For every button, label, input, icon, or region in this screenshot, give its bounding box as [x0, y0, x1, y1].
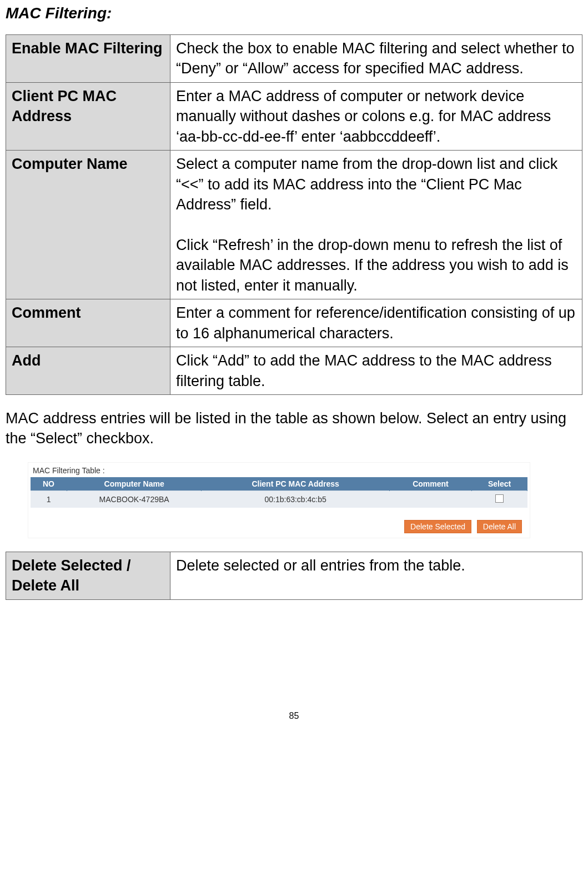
row-label: Comment: [6, 299, 170, 347]
cell-comment: [389, 490, 471, 508]
body-paragraph: MAC address entries will be listed in th…: [6, 408, 582, 449]
screenshot-caption: MAC Filtering Table :: [33, 466, 527, 475]
page-number: 85: [6, 711, 582, 721]
row-desc: Select a computer name from the drop-dow…: [170, 151, 582, 299]
definition-table-2: Delete Selected / Delete All Delete sele…: [6, 552, 582, 600]
row-desc: Enter a comment for reference/identifica…: [170, 299, 582, 347]
table-header-select: Select: [472, 477, 527, 491]
row-desc: Enter a MAC address of computer or netwo…: [170, 82, 582, 150]
row-label: Computer Name: [6, 151, 170, 299]
table-header-mac: Client PC MAC Address: [202, 477, 389, 491]
row-label: Client PC MAC Address: [6, 82, 170, 150]
table-header-comment: Comment: [389, 477, 471, 491]
delete-all-button[interactable]: Delete All: [477, 520, 522, 533]
select-checkbox[interactable]: [495, 494, 504, 503]
row-desc: Delete selected or all entries from the …: [170, 552, 582, 599]
row-desc: Check the box to enable MAC filtering an…: [170, 35, 582, 83]
cell-no: 1: [31, 490, 67, 508]
section-title: MAC Filtering:: [6, 4, 582, 22]
embedded-screenshot: MAC Filtering Table : NO Computer Name C…: [28, 462, 530, 538]
cell-mac: 00:1b:63:cb:4c:b5: [202, 490, 389, 508]
cell-select: [472, 490, 527, 508]
row-label: Add: [6, 347, 170, 395]
row-label: Enable MAC Filtering: [6, 35, 170, 83]
table-header-name: Computer Name: [67, 477, 202, 491]
mac-filtering-table: NO Computer Name Client PC MAC Address C…: [31, 477, 527, 508]
table-header-no: NO: [31, 477, 67, 491]
delete-selected-button[interactable]: Delete Selected: [404, 520, 471, 533]
cell-name: MACBOOK-4729BA: [67, 490, 202, 508]
row-desc: Click “Add” to add the MAC address to th…: [170, 347, 582, 395]
row-label: Delete Selected / Delete All: [6, 552, 170, 599]
table-row: 1 MACBOOK-4729BA 00:1b:63:cb:4c:b5: [31, 490, 527, 508]
button-row: Delete Selected Delete All: [31, 520, 527, 533]
definition-table-1: Enable MAC Filtering Check the box to en…: [6, 34, 582, 395]
